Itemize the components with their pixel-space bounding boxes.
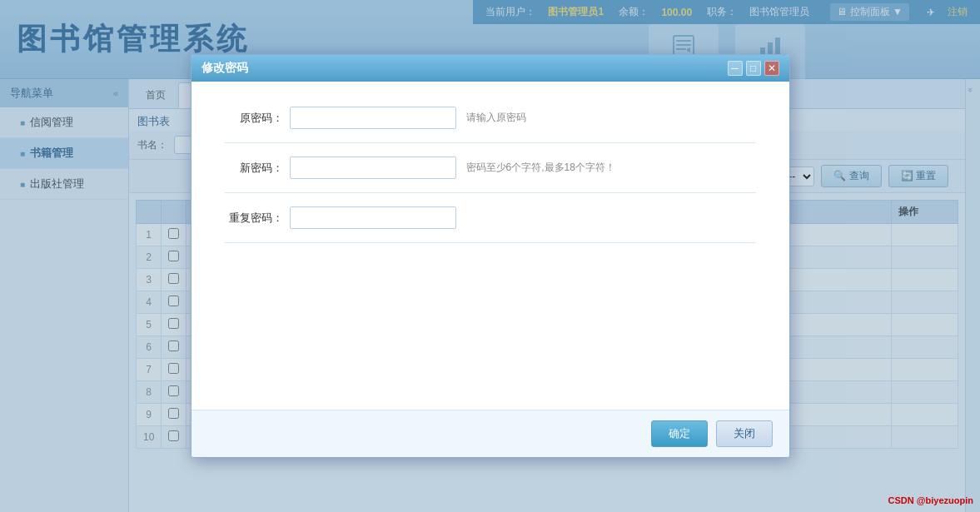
divider-2 <box>225 192 756 193</box>
new-password-hint: 密码至少6个字符,最多18个字符！ <box>466 161 615 175</box>
new-password-label: 新密码： <box>225 161 283 176</box>
divider-3 <box>225 242 756 243</box>
divider-1 <box>225 142 756 143</box>
modal-body: 原密码： 请输入原密码 新密码： 密码至少6个字符,最多18个字符！ 重复密码： <box>192 82 789 410</box>
modal-title-bar: 修改密码 ─ □ ✕ <box>192 55 789 82</box>
change-password-modal: 修改密码 ─ □ ✕ 原密码： 请输入原密码 新密码： 密码至少6个字符,最多1… <box>191 54 790 458</box>
repeat-password-row: 重复密码： <box>225 206 756 229</box>
modal-overlay: 修改密码 ─ □ ✕ 原密码： 请输入原密码 新密码： 密码至少6个字符,最多1… <box>0 0 980 512</box>
modal-close-btn[interactable]: ✕ <box>764 61 779 76</box>
modal-title: 修改密码 <box>201 61 248 76</box>
repeat-password-input[interactable] <box>290 206 456 229</box>
old-password-row: 原密码： 请输入原密码 <box>225 107 756 129</box>
old-password-input[interactable] <box>290 107 456 129</box>
modal-maximize-btn[interactable]: □ <box>746 61 761 76</box>
old-password-hint: 请输入原密码 <box>466 111 526 125</box>
modal-title-buttons: ─ □ ✕ <box>728 61 779 76</box>
repeat-password-label: 重复密码： <box>225 211 283 226</box>
new-password-input[interactable] <box>290 157 456 179</box>
modal-close-footer-btn[interactable]: 关闭 <box>716 420 773 447</box>
watermark: CSDN @biyezuopin <box>888 495 973 505</box>
modal-minimize-btn[interactable]: ─ <box>728 61 743 76</box>
confirm-btn[interactable]: 确定 <box>651 420 708 447</box>
modal-footer: 确定 关闭 <box>192 410 789 457</box>
old-password-label: 原密码： <box>225 111 283 126</box>
new-password-row: 新密码： 密码至少6个字符,最多18个字符！ <box>225 157 756 179</box>
